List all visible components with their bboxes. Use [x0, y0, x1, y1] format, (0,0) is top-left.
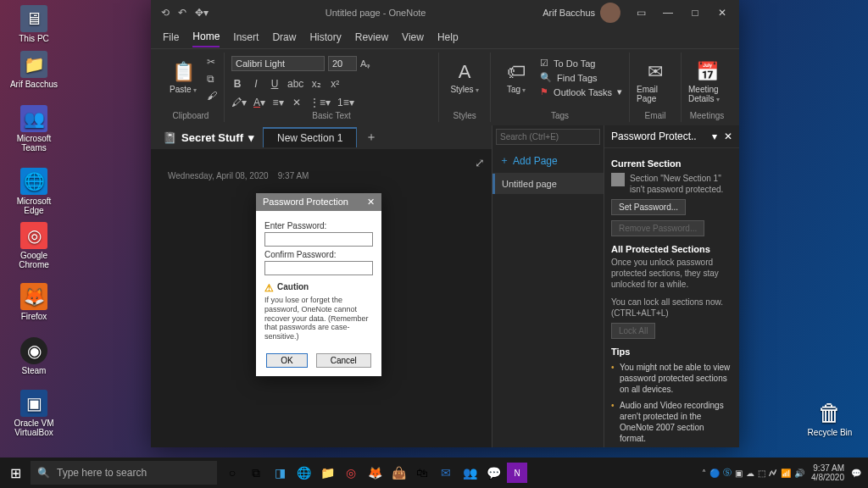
- strikethrough-button[interactable]: abc: [287, 78, 303, 90]
- dialog-close-icon[interactable]: ✕: [367, 197, 375, 208]
- copy-icon[interactable]: ⧉: [207, 73, 217, 85]
- account-button[interactable]: Arif Bacchus: [542, 3, 620, 23]
- find-tags-button[interactable]: 🔍Find Tags: [540, 72, 622, 83]
- superscript-button[interactable]: x²: [329, 78, 341, 90]
- meeting-details-button[interactable]: 📅Meeting Details: [688, 56, 726, 103]
- taskbar-search[interactable]: 🔍Type here to search: [31, 461, 217, 485]
- ok-button[interactable]: OK: [266, 353, 307, 368]
- tip-item: You might not be able to view password p…: [611, 359, 732, 397]
- cancel-button[interactable]: Cancel: [316, 353, 371, 368]
- taskbar-app-icon[interactable]: 🛍: [412, 463, 432, 483]
- tray-wifi-icon[interactable]: 📶: [781, 469, 791, 478]
- desktop-icon-user-folder[interactable]: 📁Arif Bacchus: [8, 51, 59, 89]
- section-tab[interactable]: New Section 1: [263, 127, 357, 147]
- font-color-button[interactable]: A▾: [253, 97, 265, 108]
- taskbar-clock[interactable]: 9:37 AM4/8/2020: [811, 463, 844, 482]
- desktop-icon-teams[interactable]: 👥Microsoft Teams: [8, 105, 59, 152]
- tag-icon: 🏷: [507, 61, 526, 83]
- styles-button[interactable]: AStyles: [446, 56, 483, 94]
- tab-view[interactable]: View: [402, 28, 424, 47]
- taskbar-app-icon[interactable]: 👜: [388, 463, 409, 483]
- add-page-button[interactable]: ＋Add Page: [492, 148, 604, 174]
- pane-menu-chevron-icon[interactable]: ▾: [712, 130, 717, 142]
- desktop-icon-firefox[interactable]: 🦊Firefox: [8, 283, 59, 321]
- undo-icon[interactable]: ↶: [178, 7, 186, 19]
- numbering-button[interactable]: 1≡▾: [337, 97, 354, 108]
- add-section-button[interactable]: ＋: [357, 126, 386, 148]
- taskbar-app-icon[interactable]: 🌐: [293, 463, 314, 483]
- confirm-password-input[interactable]: [264, 261, 373, 275]
- font-name-select[interactable]: [231, 56, 325, 71]
- taskbar-app-icon[interactable]: 👥: [459, 463, 480, 483]
- bullets-button[interactable]: ⋮≡▾: [309, 97, 331, 108]
- notebook-selector[interactable]: 📓Secret Stuff ▾: [154, 131, 263, 144]
- desktop-icon-this-pc[interactable]: 🖥This PC: [8, 5, 59, 43]
- tray-volume-icon[interactable]: 🔊: [794, 469, 804, 478]
- tray-power-icon[interactable]: 🗲: [769, 469, 777, 478]
- font-size-select[interactable]: [328, 56, 357, 71]
- desktop-icon-recycle-bin[interactable]: 🗑Recycle Bin: [804, 399, 855, 437]
- back-icon[interactable]: ⟲: [161, 7, 170, 19]
- tag-button[interactable]: 🏷Tag: [498, 56, 535, 94]
- close-button[interactable]: ✕: [710, 1, 734, 25]
- paste-button[interactable]: 📋Paste: [164, 56, 202, 94]
- expand-icon[interactable]: ⤢: [475, 156, 485, 169]
- enter-password-input[interactable]: [264, 232, 373, 247]
- tab-home[interactable]: Home: [192, 27, 220, 47]
- task-view-icon[interactable]: ⧉: [246, 463, 266, 483]
- notifications-icon[interactable]: 💬: [851, 469, 861, 478]
- bold-button[interactable]: B: [231, 78, 243, 90]
- desktop-icon-edge[interactable]: 🌐Microsoft Edge: [8, 168, 59, 215]
- format-painter-icon[interactable]: 🖌: [207, 90, 217, 102]
- tray-icon[interactable]: ⬚: [758, 469, 765, 478]
- search-input[interactable]: [500, 132, 608, 141]
- touch-mode-icon[interactable]: ✥▾: [195, 7, 209, 19]
- tray-chevron-icon[interactable]: ˄: [702, 469, 706, 478]
- taskbar-app-icon[interactable]: ◎: [341, 463, 361, 483]
- virtualbox-icon: ▣: [20, 390, 47, 417]
- tab-help[interactable]: Help: [437, 28, 459, 47]
- clear-button[interactable]: ✕: [291, 97, 303, 108]
- pane-close-icon[interactable]: ✕: [724, 130, 732, 142]
- ribbon-options-icon[interactable]: ▭: [629, 1, 653, 25]
- taskbar-app-icon[interactable]: 📁: [317, 463, 337, 483]
- taskbar-app-icon[interactable]: ✉: [436, 463, 456, 483]
- cortana-icon[interactable]: ○: [222, 463, 242, 483]
- tray-onedrive-icon[interactable]: ☁: [746, 469, 754, 478]
- todo-tag-button[interactable]: ☑To Do Tag: [540, 58, 622, 69]
- envelope-icon: ✉: [648, 61, 663, 83]
- desktop-icon-steam[interactable]: ◉Steam: [8, 337, 59, 375]
- tip-item: Audio and Video recordings aren't protec…: [611, 397, 732, 446]
- italic-button[interactable]: I: [250, 78, 262, 90]
- tray-icon[interactable]: ▣: [735, 469, 743, 478]
- lock-all-button: Lock All: [611, 323, 655, 339]
- ribbon: 📋Paste ✂ ⧉ 🖌 Clipboard Aᵩ B I U: [151, 49, 739, 125]
- tab-review[interactable]: Review: [355, 28, 388, 47]
- desktop-icon-virtualbox[interactable]: ▣Oracle VM VirtualBox: [8, 390, 59, 437]
- taskbar-app-icon[interactable]: 💬: [483, 463, 504, 483]
- tab-history[interactable]: History: [309, 28, 341, 47]
- set-password-button[interactable]: Set Password...: [611, 199, 686, 215]
- search-box[interactable]: 🔍▾: [496, 129, 600, 145]
- minimize-button[interactable]: —: [656, 1, 680, 25]
- highlight-button[interactable]: 🖍▾: [231, 97, 247, 108]
- desktop-icon-chrome[interactable]: ◎Google Chrome: [8, 222, 59, 269]
- page-list-item[interactable]: Untitled page: [492, 174, 604, 194]
- maximize-button[interactable]: □: [683, 1, 707, 25]
- email-page-button[interactable]: ✉Email Page: [637, 56, 674, 103]
- taskbar-app-icon[interactable]: 🦊: [364, 463, 385, 483]
- taskbar-app-icon[interactable]: ◨: [270, 463, 290, 483]
- tray-skype-icon[interactable]: Ⓢ: [723, 467, 732, 479]
- start-button[interactable]: ⊞: [0, 458, 31, 488]
- tab-file[interactable]: File: [163, 28, 179, 47]
- clear-formatting-icon[interactable]: Aᵩ: [360, 58, 370, 69]
- outlook-tasks-button[interactable]: ⚑Outlook Tasks ▾: [540, 86, 622, 97]
- taskbar-app-icon[interactable]: N: [507, 463, 527, 483]
- underline-button[interactable]: U: [269, 78, 281, 90]
- tray-icon[interactable]: 🔵: [709, 469, 720, 478]
- align-button[interactable]: ≡▾: [272, 97, 284, 108]
- tab-insert[interactable]: Insert: [233, 28, 259, 47]
- cut-icon[interactable]: ✂: [207, 56, 217, 68]
- tab-draw[interactable]: Draw: [272, 28, 296, 47]
- subscript-button[interactable]: x₂: [310, 78, 322, 90]
